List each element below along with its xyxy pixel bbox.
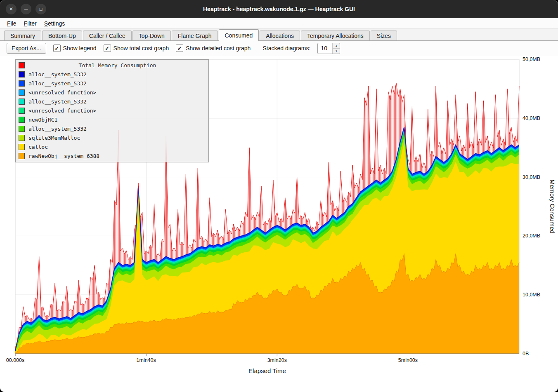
legend-swatch — [19, 126, 25, 132]
legend-item-label: alloc__system_5332 — [28, 80, 87, 87]
checkmark-icon: ✓ — [53, 45, 61, 52]
checkbox-label: Show legend — [63, 45, 97, 52]
stacked-diagrams-spinbox[interactable]: 10 ▲ ▼ — [317, 43, 340, 54]
y-tick-label: 40,0MB — [523, 115, 540, 121]
legend-item-label: calloc — [28, 144, 48, 150]
stacked-diagrams-label: Stacked diagrams: — [262, 45, 310, 52]
spin-up-icon: ▲ — [335, 45, 338, 47]
y-tick-label: 30,0MB — [523, 174, 540, 180]
legend-item-label: alloc__system_5332 — [28, 99, 87, 105]
checkbox-show-total-cost-graph[interactable]: ✓Show total cost graph — [104, 45, 169, 52]
legend-item: calloc — [16, 142, 208, 151]
y-tick-label: 20,0MB — [523, 233, 540, 239]
tab-temporary-allocations[interactable]: Temporary Allocations — [301, 31, 370, 40]
x-tick-label: 5min00s — [398, 357, 418, 363]
legend-item: sqlite3MemMalloc — [16, 133, 208, 142]
tab-summary[interactable]: Summary — [4, 31, 41, 40]
legend-swatch — [19, 89, 25, 96]
legend-swatch — [19, 153, 25, 159]
legend-swatch — [19, 144, 25, 150]
legend-swatch — [19, 99, 25, 105]
legend-item: rawNewObj__system_6388 — [16, 151, 208, 160]
legend-item-label: <unresolved function> — [28, 108, 96, 114]
tab-flame-graph[interactable]: Flame Graph — [172, 31, 218, 40]
checkbox-label: Show total cost graph — [113, 45, 169, 52]
heaptrack-window: ✕ ─ □ Heaptrack - heaptrack.wakunode.1.g… — [0, 0, 558, 392]
window-controls: ✕ ─ □ — [6, 4, 46, 14]
minimize-icon: ─ — [24, 7, 28, 12]
legend-title-swatch — [19, 62, 25, 68]
chart-area: 00.000s1min40s3min20s5min00s0B10,0MB20,0… — [0, 56, 558, 392]
legend-item: newObjRC1 — [16, 115, 208, 124]
tab-consumed[interactable]: Consumed — [219, 29, 259, 41]
titlebar[interactable]: ✕ ─ □ Heaptrack - heaptrack.wakunode.1.g… — [0, 0, 558, 18]
chart-legend: Total Memory Consumption alloc__system_5… — [15, 59, 209, 162]
legend-item-label: <unresolved function> — [28, 89, 96, 96]
spin-down-icon: ▼ — [335, 50, 338, 52]
menu-bar: FileFilterSettings — [0, 18, 558, 29]
legend-item-label: rawNewObj__system_6388 — [28, 153, 99, 159]
legend-item-label: alloc__system_5332 — [28, 126, 87, 132]
legend-swatch — [19, 117, 25, 123]
checkbox-show-legend[interactable]: ✓Show legend — [53, 45, 97, 52]
legend-item: <unresolved function> — [16, 106, 208, 115]
x-tick-label: 1min40s — [137, 357, 156, 363]
y-tick-label: 0B — [523, 351, 529, 357]
tab-top-down[interactable]: Top-Down — [132, 31, 171, 40]
stacked-diagrams-value[interactable]: 10 — [318, 43, 332, 54]
legend-swatch — [19, 135, 25, 141]
checkmark-icon: ✓ — [104, 45, 111, 52]
y-axis-title: Memory Consumed — [549, 180, 556, 234]
checkbox-label: Show detailed cost graph — [186, 45, 251, 52]
tab-allocations[interactable]: Allocations — [260, 31, 300, 40]
tab-sizes[interactable]: Sizes — [371, 31, 397, 40]
y-tick-label: 50,0MB — [523, 56, 540, 62]
spin-up-button[interactable]: ▲ — [333, 43, 340, 49]
spin-down-button[interactable]: ▼ — [333, 49, 340, 54]
legend-swatch — [19, 80, 25, 87]
menu-file[interactable]: File — [3, 19, 20, 28]
maximize-button[interactable]: □ — [35, 4, 46, 14]
x-axis-title: Elapsed Time — [248, 367, 286, 374]
x-tick-label: 3min20s — [267, 357, 287, 363]
legend-item: alloc__system_5332 — [16, 79, 208, 88]
toolbar: Export As... ✓Show legend✓Show total cos… — [0, 41, 558, 56]
tab-caller-callee[interactable]: Caller / Callee — [83, 31, 132, 40]
legend-swatch — [19, 71, 25, 77]
legend-item: alloc__system_5332 — [16, 70, 208, 79]
y-tick-label: 10,0MB — [523, 292, 540, 298]
legend-swatch — [19, 108, 25, 114]
legend-item-label: sqlite3MemMalloc — [28, 135, 80, 141]
checkbox-show-detailed-cost-graph[interactable]: ✓Show detailed cost graph — [176, 45, 251, 52]
checkbox-group: ✓Show legend✓Show total cost graph✓Show … — [53, 45, 251, 52]
legend-item: <unresolved function> — [16, 88, 208, 97]
spinner-buttons: ▲ ▼ — [332, 43, 340, 54]
legend-items: alloc__system_5332alloc__system_5332<unr… — [16, 70, 208, 160]
x-tick-label: 00.000s — [6, 357, 24, 363]
checkmark-icon: ✓ — [176, 45, 183, 52]
minimize-button[interactable]: ─ — [21, 4, 31, 14]
legend-item: alloc__system_5332 — [16, 124, 208, 133]
tab-bar: SummaryBottom-UpCaller / CalleeTop-DownF… — [0, 29, 558, 41]
export-as-button[interactable]: Export As... — [7, 43, 46, 54]
legend-title-row: Total Memory Consumption — [16, 61, 208, 70]
legend-title: Total Memory Consumption — [28, 62, 206, 68]
window-title: Heaptrack - heaptrack.wakunode.1.gz — He… — [0, 6, 558, 12]
menu-settings[interactable]: Settings — [40, 19, 69, 28]
close-button[interactable]: ✕ — [6, 4, 17, 14]
legend-item-label: newObjRC1 — [28, 117, 57, 123]
legend-item-label: alloc__system_5332 — [28, 71, 87, 77]
close-icon: ✕ — [9, 7, 13, 12]
menu-filter[interactable]: Filter — [20, 19, 40, 28]
tab-bottom-up[interactable]: Bottom-Up — [42, 31, 82, 40]
maximize-icon: □ — [40, 7, 43, 12]
legend-item: alloc__system_5332 — [16, 97, 208, 106]
